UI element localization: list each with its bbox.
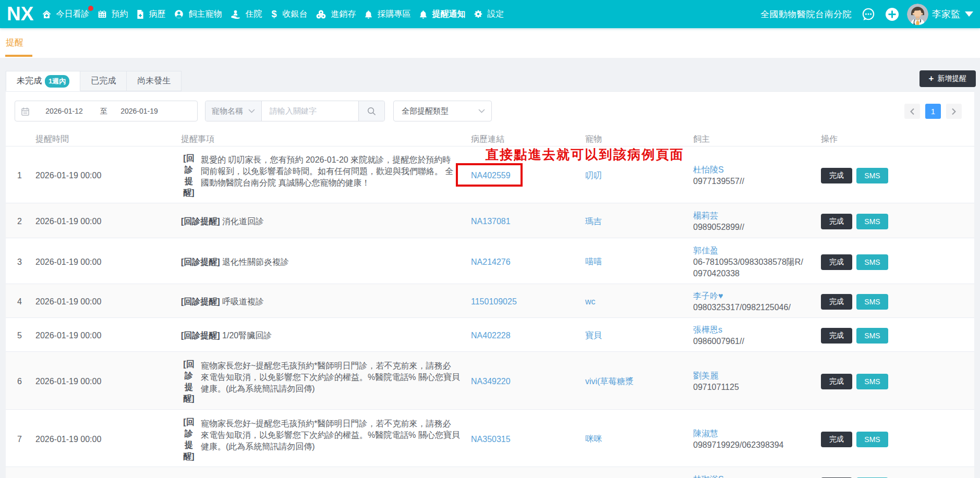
svg-text:$: $ bbox=[272, 9, 277, 19]
